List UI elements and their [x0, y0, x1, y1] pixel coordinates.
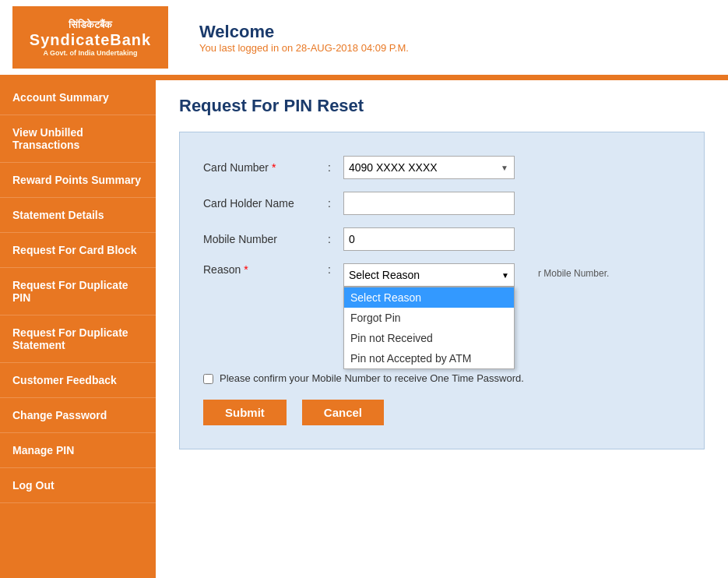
mobile-row: Mobile Number :: [203, 227, 681, 251]
reason-option-not-received[interactable]: Pin not Received: [344, 328, 514, 348]
chevron-down-icon: ▼: [501, 271, 509, 280]
confirm-checkbox[interactable]: [203, 374, 213, 384]
logo-tagline: A Govt. of India Undertaking: [43, 49, 137, 57]
card-holder-input[interactable]: [343, 192, 515, 215]
reason-required: *: [244, 263, 248, 276]
sidebar-item-log-out[interactable]: Log Out: [0, 468, 156, 503]
submit-button[interactable]: Submit: [203, 400, 287, 425]
mobile-wrap: [343, 227, 681, 251]
header: सिंडिकेटबैंक SyndicateBank A Govt. of In…: [0, 0, 728, 77]
form-area: Card Number * : 4090 XXXX XXXX Card Hold…: [179, 132, 705, 449]
reason-select-display[interactable]: Select Reason ▼: [343, 263, 515, 287]
main-content: Request For PIN Reset Card Number * : 40…: [156, 80, 728, 578]
logo-english: SyndicateBank: [30, 31, 151, 49]
card-number-required: *: [272, 161, 276, 174]
sidebar-item-account-summary[interactable]: Account Summary: [0, 80, 156, 115]
colon-1: :: [328, 161, 343, 174]
logo-hindi: सिंडिकेटबैंक: [69, 19, 112, 31]
sidebar-item-card-block[interactable]: Request For Card Block: [0, 233, 156, 268]
card-number-wrap: 4090 XXXX XXXX: [343, 156, 681, 179]
cancel-button[interactable]: Cancel: [302, 400, 384, 425]
reason-label: Reason *: [203, 263, 328, 276]
reason-option-not-accepted[interactable]: Pin not Accepted by ATM: [344, 348, 514, 368]
card-holder-row: Card Holder Name :: [203, 192, 681, 215]
card-number-label: Card Number *: [203, 161, 328, 174]
reason-wrap: Select Reason ▼ Select Reason Forgot Pin…: [343, 263, 681, 360]
sidebar-item-duplicate-pin[interactable]: Request For Duplicate PIN: [0, 268, 156, 315]
colon-4: :: [328, 263, 343, 276]
mobile-label: Mobile Number: [203, 233, 328, 245]
sidebar-item-statement-details[interactable]: Statement Details: [0, 198, 156, 233]
main-layout: Account Summary View Unbilled Transactio…: [0, 80, 728, 578]
sidebar-item-manage-pin[interactable]: Manage PIN: [0, 433, 156, 468]
card-holder-label: Card Holder Name: [203, 197, 328, 210]
mobile-input[interactable]: [343, 227, 515, 251]
mobile-note-text: r Mobile Number.: [538, 268, 609, 279]
card-holder-wrap: [343, 192, 681, 215]
card-number-row: Card Number * : 4090 XXXX XXXX: [203, 156, 681, 179]
colon-2: :: [328, 197, 343, 210]
sidebar-item-customer-feedback[interactable]: Customer Feedback: [0, 363, 156, 398]
sidebar-item-change-password[interactable]: Change Password: [0, 398, 156, 433]
logo: सिंडिकेटबैंक SyndicateBank A Govt. of In…: [12, 6, 168, 69]
reason-dropdown-wrap: Select Reason ▼ Select Reason Forgot Pin…: [343, 263, 515, 287]
welcome-title: Welcome: [199, 22, 409, 42]
card-number-select[interactable]: 4090 XXXX XXXX: [343, 156, 515, 179]
page-title: Request For PIN Reset: [179, 96, 705, 116]
reason-row: Reason * : Select Reason ▼ Select Reason…: [203, 263, 681, 360]
reason-option-select[interactable]: Select Reason: [344, 287, 514, 308]
sidebar-item-duplicate-statement[interactable]: Request For Duplicate Statement: [0, 315, 156, 363]
sidebar: Account Summary View Unbilled Transactio…: [0, 80, 156, 578]
button-row: Submit Cancel: [203, 400, 681, 425]
last-login-text: You last logged in on 28-AUG-2018 04:09 …: [199, 42, 409, 54]
reason-dropdown-list: Select Reason Forgot Pin Pin not Receive…: [343, 287, 515, 369]
sidebar-item-reward-points[interactable]: Reward Points Summary: [0, 163, 156, 198]
header-welcome: Welcome You last logged in on 28-AUG-201…: [199, 22, 409, 54]
confirm-text: Please confirm your Mobile Number to rec…: [220, 372, 524, 384]
colon-3: :: [328, 233, 343, 245]
confirm-row: Please confirm your Mobile Number to rec…: [203, 372, 681, 384]
reason-select-text: Select Reason: [349, 269, 420, 281]
card-select-wrapper: 4090 XXXX XXXX: [343, 156, 515, 179]
sidebar-item-view-unbilled[interactable]: View Unbilled Transactions: [0, 115, 156, 163]
reason-option-forgot[interactable]: Forgot Pin: [344, 308, 514, 328]
